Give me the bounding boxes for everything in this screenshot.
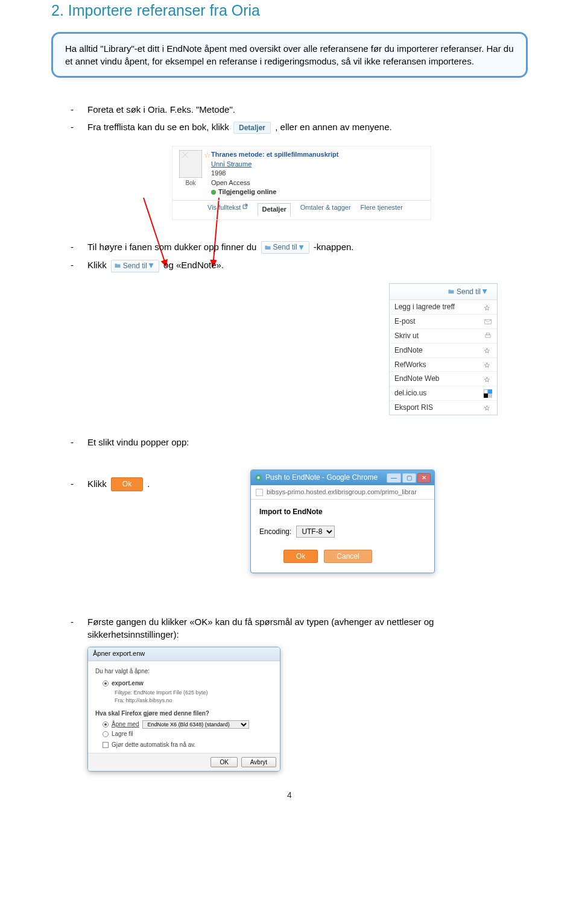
info-callout: Ha alltid "Library"-et ditt i EndNote åp… [51,32,528,78]
chrome-icon [255,474,262,482]
export-q1: Du har valgt å åpne: [95,667,273,676]
text-suffix: , eller en annen av menyene. [275,122,391,132]
encoding-select[interactable]: UTF-8 [296,526,335,538]
t: Klikk [87,479,109,489]
bullet-send-til: Til høyre i fanen som dukker opp finner … [71,240,528,254]
detaljer-button[interactable]: Detaljer [233,122,271,134]
l: Send til [457,287,481,297]
tab-vis-fulltekst[interactable]: Vis fulltekst [207,203,248,215]
folder-icon [264,244,271,251]
print-icon [484,332,492,340]
bullet-search-oria: Foreta et søk i Oria. F.eks. "Metode". [71,103,528,116]
bullet-trefflista: Fra trefflista kan du se en bok, klikk D… [71,121,528,134]
bullet-first-time-ok: Første gangen du klikker «OK» kan du få … [71,615,528,641]
send-til-label: Send til [123,261,147,271]
bullet-klikk-endnote: Klikk Send til ▶ og «EndNote». [71,259,224,272]
result-author[interactable]: Unni Straume [211,160,339,169]
svg-rect-6 [488,389,492,394]
dd-item-refworks[interactable]: RefWorks ☆ [390,358,497,372]
send-til-label: Send til [273,242,297,253]
send-til-dropdown: Send til ▶ Legg i lagrede treff ☆ E-post… [389,283,498,415]
star-icon: ☆ [484,303,492,312]
t2: -knappen. [314,242,354,252]
open-with-label: Åpne med [112,720,139,729]
result-open-access: Open Access [211,178,339,187]
export-q2: Hva skal Firefox gjøre med denne filen? [95,709,273,718]
result-year: 1998 [211,169,339,178]
dd-item-endnote-web[interactable]: EndNote Web ☆ [390,372,497,386]
dialog-heading: Import to EndNote [259,507,426,517]
tab-flere-tjenester[interactable]: Flere tjenester [361,203,403,215]
svg-rect-7 [484,394,488,398]
favorite-star-icon[interactable]: ☆ [204,150,211,161]
delicious-icon [484,389,492,398]
radio-save-file[interactable] [103,731,109,737]
chevron-down-icon: ▶ [481,289,489,294]
svg-rect-3 [486,335,490,338]
open-with-select[interactable]: EndNote X6 (Bld 6348) (standard) [142,720,249,729]
send-til-button[interactable]: Send til ▶ [261,241,309,254]
export-filetype: Filtype: EndNote Import File (625 byte) [115,689,273,697]
dialog-ok-button[interactable]: Ok [283,550,318,563]
dd-item-epost[interactable]: E-post [390,315,497,329]
chevron-down-icon: ▶ [297,245,306,250]
dd-item-endnote[interactable]: EndNote ☆ [390,344,497,358]
detaljer-label: Detaljer [239,123,265,133]
minimize-button[interactable]: — [387,473,401,483]
export-filename: export.enw [112,679,144,688]
send-til-button-3[interactable]: Send til ▶ [445,286,492,298]
availability-dot-icon [211,190,216,195]
svg-line-0 [144,198,166,267]
dialog-cancel-button[interactable]: Cancel [324,550,372,563]
radio-open-file[interactable] [103,680,109,687]
text-prefix: Fra trefflista kan du se en bok, klikk [87,122,232,132]
window-title: Push to EndNote - Google Chrome [265,473,378,483]
chrome-dialog: Push to EndNote - Google Chrome — ▢ ✕ bi… [250,470,435,573]
page-number: 4 [51,790,528,802]
star-icon: ☆ [484,403,492,412]
dd-item-eksport-ris[interactable]: Eksport RIS ☆ [390,401,497,415]
book-thumbnail [179,150,202,178]
save-file-label: Lagre fil [112,730,133,738]
bullet-popup: Et slikt vindu popper opp: [71,436,244,448]
export-ok-button[interactable]: OK [210,757,237,767]
star-icon: ☆ [484,346,492,354]
mail-icon [484,318,492,326]
tab-detaljer[interactable]: Detaljer [258,203,290,215]
folder-icon [114,262,121,269]
export-cancel-button[interactable]: Avbryt [241,757,276,767]
star-icon: ☆ [484,360,492,369]
oria-search-result: Bok ☆ Thranes metode: et spillefilmmanus… [172,146,431,219]
t: Til høyre i fanen som dukker opp finner … [87,242,259,252]
availability-label: Tilgjengelig online [218,187,276,196]
t: Klikk [87,260,109,270]
folder-icon [448,288,455,295]
close-button[interactable]: ✕ [417,473,431,483]
type-label: Bok [185,180,195,186]
maximize-button[interactable]: ▢ [402,473,416,483]
encoding-label: Encoding: [259,527,291,537]
export-from: Fra: http://ask.bibsys.no [115,697,273,705]
svg-rect-4 [487,333,490,335]
ok-button-inline[interactable]: Ok [111,477,143,491]
export-title: Åpner export.enw [88,647,280,661]
send-til-button-2[interactable]: Send til ▶ [111,260,159,272]
dd-item-skriv-ut[interactable]: Skriv ut [390,329,497,344]
svg-rect-5 [484,389,488,394]
export-dialog: Åpner export.enw Du har valgt å åpne: ex… [87,647,280,772]
t2: og «EndNote». [163,260,224,270]
url-text: bibsys-primo.hosted.exlibrisgroup.com/pr… [267,488,417,497]
bullet-klikk-ok: Klikk Ok . [71,477,244,491]
section-heading: 2. Importere referanser fra Oria [51,0,528,21]
tab-omtaler[interactable]: Omtaler & tagger [300,203,351,215]
svg-rect-8 [488,394,492,398]
dd-item-legg-i-lagrede[interactable]: Legg i lagrede treff ☆ [390,300,497,315]
page-icon [256,489,263,496]
t2: . [147,479,150,489]
dd-item-delicious[interactable]: del.icio.us [390,386,497,401]
auto-label: Gjør dette automatisk fra nå av. [112,741,195,749]
radio-open-with[interactable] [103,721,109,728]
auto-checkbox[interactable] [103,742,109,748]
result-title[interactable]: Thranes metode: et spillefilmmanuskript [211,150,339,159]
star-icon: ☆ [484,375,492,383]
